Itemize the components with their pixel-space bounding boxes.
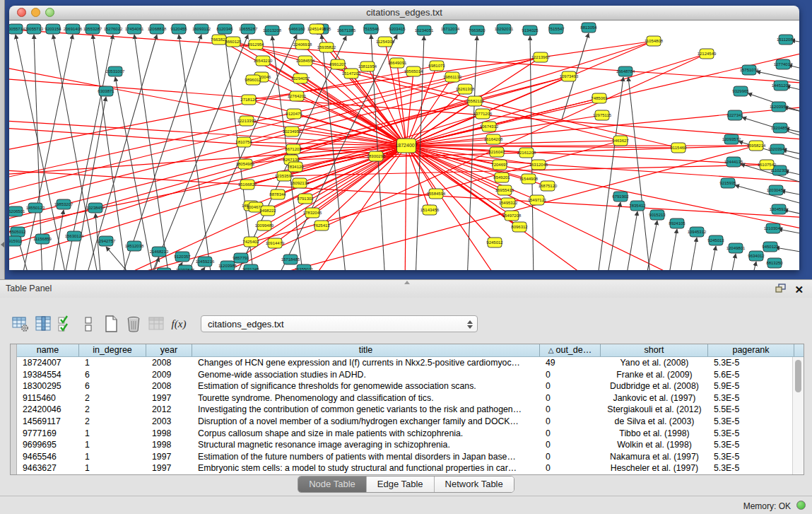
- table-cell[interactable]: Franke et al. (2009): [601, 369, 708, 381]
- graph-node[interactable]: 9203154: [45, 24, 61, 34]
- graph-node[interactable]: 7835412: [629, 201, 646, 211]
- graph-node[interactable]: 7485063: [591, 93, 608, 103]
- table-cell[interactable]: 5.3E-5: [708, 392, 794, 404]
- graph-node[interactable]: 10234957: [283, 127, 302, 136]
- graph-edge[interactable]: [625, 211, 637, 270]
- graph-edge[interactable]: [406, 89, 465, 146]
- graph-node[interactable]: 20531007: [106, 66, 125, 76]
- graph-node[interactable]: 12049801: [726, 243, 746, 253]
- graph-edge[interactable]: [730, 254, 736, 270]
- graph-node[interactable]: 6981073: [428, 61, 445, 71]
- delete-table-icon[interactable]: [147, 314, 165, 334]
- table-cell[interactable]: Disruption of a novel member of a sodium…: [192, 416, 540, 428]
- table-cell[interactable]: 1: [79, 357, 146, 369]
- graph-node[interactable]: 10553287: [83, 24, 102, 34]
- graph-edge[interactable]: [148, 35, 248, 270]
- table-cell[interactable]: 1997: [146, 392, 192, 404]
- table-row[interactable]: 2242004622012Investigating the contribut…: [17, 404, 804, 416]
- table-row[interactable]: 1938455462009Genome-wide association stu…: [17, 369, 804, 381]
- graph-node[interactable]: 7515547: [548, 24, 565, 34]
- graph-node[interactable]: 16955413: [495, 185, 514, 195]
- table-cell[interactable]: 5.3E-5: [708, 428, 794, 440]
- graph-node[interactable]: 16107542: [758, 160, 777, 170]
- graph-node[interactable]: 8671203: [285, 144, 302, 154]
- graph-node[interactable]: 12030459: [767, 185, 786, 195]
- graph-edge[interactable]: [689, 238, 697, 270]
- vertical-scrollbar[interactable]: [792, 357, 804, 474]
- table-cell[interactable]: 1997: [146, 462, 192, 474]
- graph-node[interactable]: 16543210: [254, 56, 273, 66]
- graph-node[interactable]: 6791902: [612, 192, 629, 201]
- table-cell[interactable]: 19384554: [17, 369, 79, 381]
- graph-node[interactable]: 7425402: [242, 237, 259, 247]
- graph-node[interactable]: 15958214: [747, 141, 766, 151]
- graph-node[interactable]: 8791302: [297, 194, 314, 204]
- table-cell[interactable]: 0: [540, 380, 601, 392]
- network-graph[interactable]: 1005571420055713920315420691406105532871…: [9, 21, 799, 270]
- graph-node[interactable]: 9115460: [671, 143, 688, 153]
- graph-node[interactable]: 16093112: [192, 24, 211, 34]
- graph-node[interactable]: 9245012: [486, 238, 503, 247]
- table-cell[interactable]: 2: [79, 416, 146, 428]
- graph-node[interactable]: 10655287: [239, 24, 258, 34]
- column-header-2[interactable]: year: [146, 344, 192, 356]
- table-cell[interactable]: 5.3E-5: [708, 357, 794, 369]
- table-cell[interactable]: 9463627: [17, 462, 79, 474]
- graph-node[interactable]: 11013208: [263, 25, 282, 35]
- graph-node[interactable]: 21468213: [150, 247, 169, 257]
- table-cell[interactable]: 0: [540, 404, 601, 416]
- table-cell[interactable]: 18300295: [17, 380, 79, 392]
- graph-node[interactable]: 8912954: [247, 40, 264, 49]
- graph-node[interactable]: 7625413: [313, 221, 330, 230]
- graph-node[interactable]: 19384554: [296, 56, 315, 66]
- graph-node[interactable]: 11254308: [376, 37, 395, 47]
- table-cell[interactable]: Tourette syndrome. Phenomenology and cla…: [192, 392, 540, 404]
- graph-node[interactable]: 6303871: [98, 86, 114, 96]
- table-cell[interactable]: Hescheler et al. (1997): [601, 462, 708, 474]
- table-cell[interactable]: 5.3E-5: [708, 416, 794, 428]
- graph-node[interactable]: 9120357: [174, 252, 191, 262]
- graph-node[interactable]: 12103049: [764, 223, 783, 233]
- graph-node[interactable]: 12451498: [307, 24, 326, 34]
- graph-node[interactable]: 10674312: [480, 122, 499, 132]
- graph-node[interactable]: 16875120: [539, 181, 558, 191]
- graph-node[interactable]: 6466160: [288, 24, 305, 34]
- graph-node[interactable]: 15112084: [777, 35, 796, 45]
- graph-node[interactable]: 9463627: [612, 136, 629, 146]
- graph-node[interactable]: 10099489: [255, 221, 274, 230]
- graph-node[interactable]: 15584594: [427, 189, 446, 199]
- table-row[interactable]: 911546021997Tourette syndrome. Phenomeno…: [17, 392, 804, 404]
- graph-node[interactable]: 16712034: [441, 24, 460, 34]
- graph-node[interactable]: 9215935: [719, 178, 736, 188]
- graph-node[interactable]: 22161208: [517, 148, 536, 158]
- graph-edge[interactable]: [709, 246, 716, 270]
- close-icon[interactable]: [17, 8, 26, 17]
- graph-node[interactable]: 9857791: [233, 253, 249, 263]
- table-cell[interactable]: Investigating the contribution of common…: [192, 404, 540, 416]
- column-header-4[interactable]: △out_de…: [540, 344, 601, 356]
- graph-node[interactable]: 9896012: [245, 75, 261, 85]
- graph-node[interactable]: 9015213: [649, 210, 666, 220]
- table-cell[interactable]: 18724007: [17, 357, 79, 369]
- column-header-5[interactable]: short: [601, 344, 708, 356]
- table-cell[interactable]: 49: [540, 357, 601, 369]
- graph-edge[interactable]: [756, 71, 799, 81]
- table-cell[interactable]: Embryonic stem cells: a model to study s…: [192, 462, 540, 474]
- table-cell[interactable]: Estimation of significance thresholds fo…: [192, 380, 540, 392]
- graph-edge[interactable]: [9, 169, 799, 218]
- table-cell[interactable]: 1: [79, 428, 146, 440]
- table-row[interactable]: 946362711997Embryonic stem cells: a mode…: [17, 462, 804, 474]
- table-cell[interactable]: 1: [79, 451, 146, 463]
- graph-node[interactable]: 8813054: [580, 23, 597, 33]
- scrollbar-thumb[interactable]: [795, 360, 801, 392]
- table-cell[interactable]: 5.3E-5: [708, 451, 794, 463]
- graph-node[interactable]: 10973493: [560, 71, 579, 81]
- table-cell[interactable]: 2003: [146, 416, 192, 428]
- split-handle-icon[interactable]: [404, 281, 410, 284]
- graph-node[interactable]: 3915911: [9, 236, 23, 246]
- table-row[interactable]: 977716911998Corpus callosum shape and si…: [17, 428, 804, 440]
- graph-node[interactable]: 10945312: [688, 227, 707, 237]
- graph-node[interactable]: 15935822: [317, 42, 336, 52]
- graph-node[interactable]: 14451209: [772, 81, 791, 90]
- column-header-6[interactable]: pagerank: [708, 344, 794, 356]
